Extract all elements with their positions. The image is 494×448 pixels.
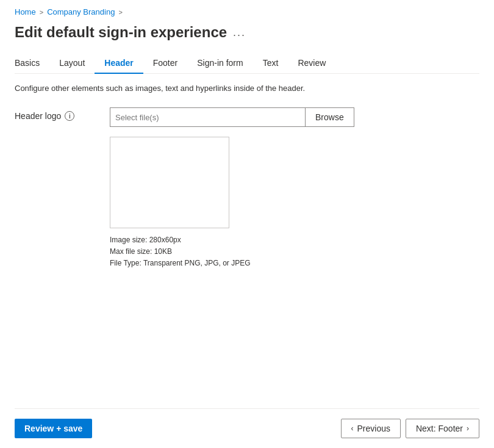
breadcrumb-home[interactable]: Home bbox=[15, 7, 36, 16]
next-label: Next: Footer bbox=[416, 424, 463, 433]
tab-review[interactable]: Review bbox=[288, 53, 335, 74]
section-description: Configure other elements such as images,… bbox=[15, 84, 479, 93]
breadcrumb-sep-1: > bbox=[40, 9, 43, 16]
form-section: Header logo i Browse Image size: 280x60p… bbox=[15, 107, 479, 339]
file-type-text: File Type: Transparent PNG, JPG, or JPEG bbox=[110, 258, 479, 269]
previous-label: Previous bbox=[357, 424, 390, 433]
next-button[interactable]: Next: Footer › bbox=[406, 419, 479, 438]
tab-basics[interactable]: Basics bbox=[15, 53, 49, 74]
file-input-row: Browse bbox=[110, 107, 354, 127]
next-arrow-icon: › bbox=[467, 424, 469, 433]
previous-button[interactable]: ‹ Previous bbox=[341, 419, 401, 438]
header-logo-label: Header logo i bbox=[15, 107, 100, 121]
breadcrumb-company-branding[interactable]: Company Branding bbox=[47, 7, 115, 16]
breadcrumb: Home > Company Branding > bbox=[15, 0, 479, 21]
more-options-icon[interactable]: ... bbox=[233, 26, 246, 39]
image-size-text: Image size: 280x60px bbox=[110, 234, 479, 246]
browse-button[interactable]: Browse bbox=[305, 107, 354, 127]
tabs-bar: Basics Layout Header Footer Sign-in form… bbox=[15, 53, 479, 74]
info-icon[interactable]: i bbox=[65, 111, 74, 121]
prev-arrow-icon: ‹ bbox=[351, 424, 354, 433]
image-info: Image size: 280x60px Max file size: 10KB… bbox=[110, 234, 479, 270]
max-file-size-text: Max file size: 10KB bbox=[110, 246, 479, 258]
footer-bar: Review + save ‹ Previous Next: Footer › bbox=[15, 408, 479, 448]
image-preview-container: Image size: 280x60px Max file size: 10KB… bbox=[110, 137, 479, 270]
tab-layout[interactable]: Layout bbox=[49, 53, 95, 74]
image-preview-box bbox=[110, 137, 229, 228]
breadcrumb-sep-2: > bbox=[118, 9, 122, 16]
header-logo-row: Header logo i Browse bbox=[15, 107, 479, 127]
review-save-button[interactable]: Review + save bbox=[15, 419, 92, 438]
tab-header[interactable]: Header bbox=[95, 53, 143, 74]
tab-text[interactable]: Text bbox=[253, 53, 288, 74]
file-input[interactable] bbox=[110, 107, 305, 127]
tab-footer[interactable]: Footer bbox=[143, 53, 187, 74]
tab-sign-in-form[interactable]: Sign-in form bbox=[187, 53, 252, 74]
page-title: Edit default sign-in experience bbox=[15, 24, 227, 41]
page-title-row: Edit default sign-in experience ... bbox=[15, 21, 479, 53]
